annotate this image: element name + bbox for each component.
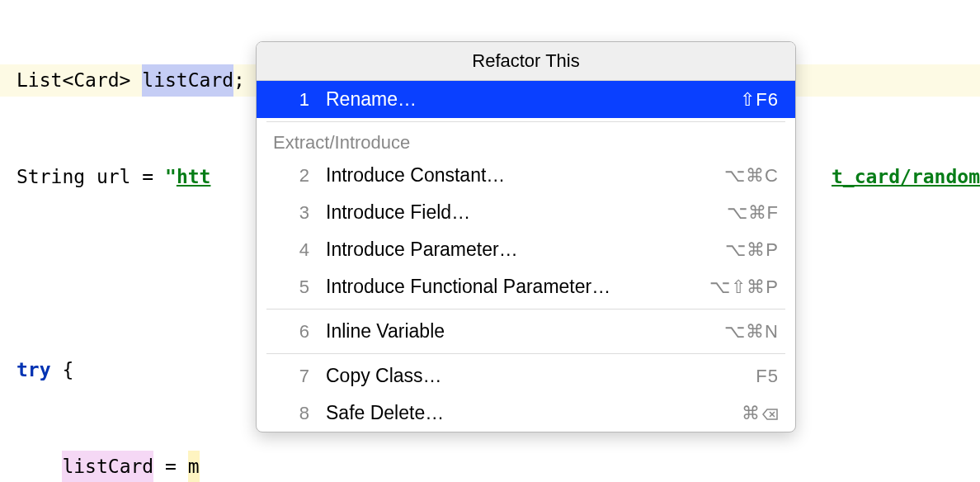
- menu-item-introduce-constant[interactable]: 2 Introduce Constant… ⌥⌘C: [257, 157, 795, 194]
- menu-item-number: 7: [273, 366, 309, 387]
- menu-item-shortcut: ⌥⌘F: [727, 202, 779, 224]
- menu-item-label: Inline Variable: [326, 320, 724, 343]
- menu-item-number: 5: [273, 276, 309, 298]
- menu-item-inline-variable[interactable]: 6 Inline Variable ⌥⌘N: [257, 313, 795, 350]
- menu-item-label: Safe Delete…: [326, 402, 742, 424]
- menu-item-label: Copy Class…: [326, 365, 756, 387]
- menu-item-label: Rename…: [326, 88, 740, 111]
- menu-item-shortcut: ⌘: [742, 403, 779, 424]
- menu-item-label: Introduce Field…: [326, 201, 727, 224]
- refactor-popup: Refactor This 1 Rename… ⇧F6 Extract/Intr…: [256, 41, 796, 432]
- code-text: ;: [233, 64, 245, 97]
- code-text: String url =: [16, 161, 165, 193]
- menu-item-safe-delete[interactable]: 8 Safe Delete… ⌘: [257, 395, 795, 432]
- menu-item-shortcut: ⌥⌘C: [724, 165, 779, 187]
- menu-item-shortcut: ⇧F6: [740, 89, 779, 111]
- menu-item-number: 3: [273, 202, 309, 224]
- code-text: {: [51, 354, 74, 386]
- menu-separator: [266, 353, 785, 354]
- popup-title: Refactor This: [257, 42, 795, 81]
- menu-item-introduce-field[interactable]: 3 Introduce Field… ⌥⌘F: [257, 194, 795, 231]
- keyword-try: try: [16, 354, 51, 386]
- menu-item-shortcut: F5: [756, 366, 779, 387]
- menu-separator: [266, 309, 785, 310]
- selection-occurrence: listCard: [62, 451, 153, 482]
- menu-item-introduce-functional-parameter[interactable]: 5 Introduce Functional Parameter… ⌥⇧⌘P: [257, 268, 795, 305]
- selection-primary: listCard: [142, 64, 233, 97]
- menu-item-copy-class[interactable]: 7 Copy Class… F5: [257, 357, 795, 395]
- code-text: =: [153, 451, 188, 482]
- menu-item-label: Introduce Parameter…: [326, 239, 725, 261]
- menu-item-rename[interactable]: 1 Rename… ⇧F6: [257, 81, 795, 118]
- menu-item-label: Introduce Functional Parameter…: [326, 276, 709, 298]
- code-line[interactable]: listCard = m: [0, 451, 980, 482]
- token-highlight: m: [188, 451, 200, 482]
- menu-separator: [266, 121, 785, 122]
- code-text: List<Card>: [16, 64, 142, 97]
- menu-section-header: Extract/Introduce: [257, 125, 795, 157]
- string-quote: ": [165, 161, 177, 193]
- menu-item-number: 8: [273, 403, 309, 424]
- string-url: htt: [177, 161, 211, 193]
- menu-item-number: 2: [273, 165, 309, 187]
- menu-item-number: 6: [273, 321, 309, 343]
- delete-icon: [762, 408, 779, 421]
- menu-item-label: Introduce Constant…: [326, 164, 724, 187]
- menu-item-shortcut: ⌥⌘N: [724, 321, 779, 343]
- menu-item-number: 1: [273, 89, 309, 111]
- menu-item-shortcut: ⌥⇧⌘P: [709, 276, 779, 298]
- menu-item-shortcut: ⌥⌘P: [725, 239, 779, 261]
- menu-item-introduce-parameter[interactable]: 4 Introduce Parameter… ⌥⌘P: [257, 231, 795, 268]
- string-url-tail: t_card/random: [832, 161, 980, 193]
- code-text: [16, 451, 62, 482]
- menu-item-number: 4: [273, 239, 309, 261]
